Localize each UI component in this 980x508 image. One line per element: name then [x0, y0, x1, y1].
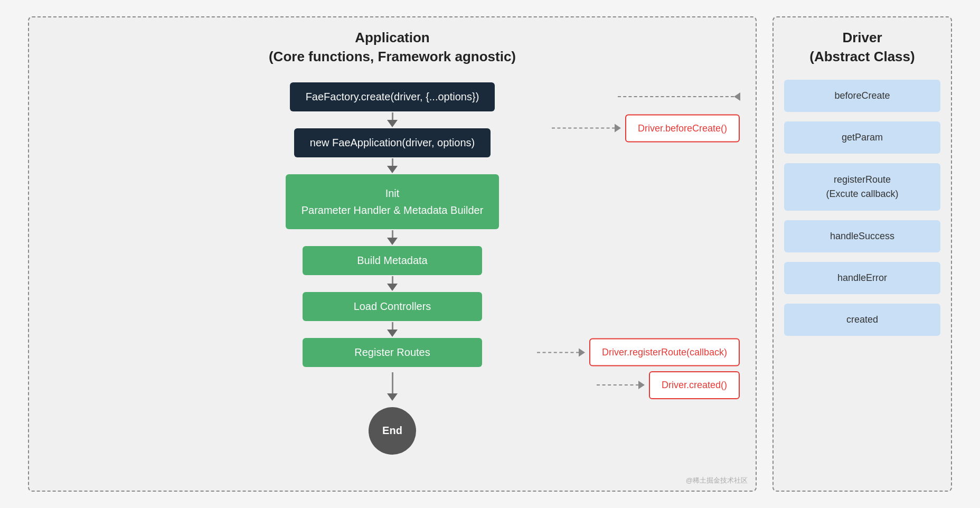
- driver-panel-title: Driver (Abstract Class): [809, 28, 915, 67]
- driver-before-create-box: Driver.beforeCreate(): [625, 114, 740, 142]
- fae-application-box: new FaeApplication(driver, options): [294, 128, 491, 157]
- driver-method-handle-success: handleSuccess: [784, 220, 940, 252]
- end-circle: End: [369, 407, 416, 455]
- driver-register-route-box: Driver.registerRoute(callback): [589, 338, 740, 366]
- driver-panel: Driver (Abstract Class) beforeCreate get…: [772, 16, 952, 492]
- driver-method-get-param: getParam: [784, 121, 940, 154]
- driver-method-before-create: beforeCreate: [784, 80, 940, 112]
- load-controllers-box: Load Controllers: [303, 292, 482, 321]
- register-routes-box: Register Routes: [303, 338, 482, 367]
- fae-factory-box: FaeFactory.create(driver, {...options}): [290, 82, 495, 111]
- init-box: Init Parameter Handler & Metadata Builde…: [286, 174, 500, 229]
- driver-method-created: created: [784, 304, 940, 336]
- driver-method-handle-error: handleError: [784, 262, 940, 294]
- watermark: @稀土掘金技术社区: [686, 476, 748, 485]
- build-metadata-box: Build Metadata: [303, 246, 482, 275]
- driver-method-register-route: registerRoute(Excute callback): [784, 163, 940, 211]
- app-panel-title: Application (Core functions, Framework a…: [269, 28, 516, 67]
- application-panel: Application (Core functions, Framework a…: [28, 16, 757, 492]
- driver-created-box: Driver.created(): [649, 371, 740, 399]
